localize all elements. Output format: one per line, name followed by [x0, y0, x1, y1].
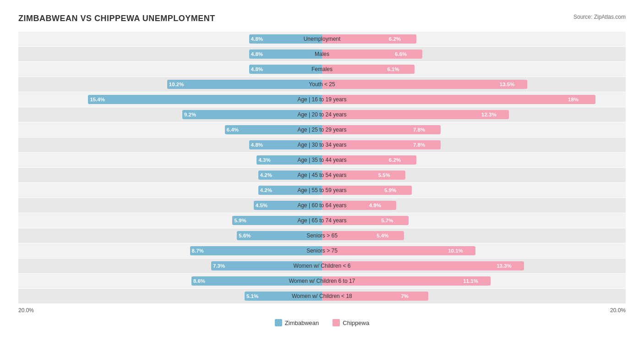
table-row: Women w/ Children < 185.1%7% — [18, 289, 626, 303]
left-value: 4.2% — [260, 172, 272, 178]
table-row: Age | 35 to 44 years4.3%6.2% — [18, 153, 626, 167]
right-value: 7% — [401, 293, 409, 299]
table-row: Seniors > 758.7%10.1% — [18, 243, 626, 258]
right-value: 6.1% — [387, 66, 399, 72]
axis-left: 20.0% — [18, 307, 34, 314]
left-value: 5.6% — [239, 233, 251, 238]
left-value: 4.8% — [251, 142, 263, 148]
left-value: 10.2% — [169, 82, 184, 87]
left-value: 4.2% — [260, 187, 272, 193]
left-value: 5.1% — [246, 293, 258, 299]
table-row: Women w/ Children < 67.3%13.3% — [18, 259, 626, 273]
left-value: 4.8% — [251, 36, 263, 42]
right-bar — [322, 95, 595, 104]
right-value: 4.9% — [369, 203, 381, 208]
right-value: 18% — [568, 97, 579, 102]
right-value: 7.8% — [413, 127, 425, 132]
chart-container: ZIMBABWEAN VS CHIPPEWA UNEMPLOYMENT Sour… — [9, 9, 635, 336]
right-value: 5.7% — [381, 218, 393, 223]
right-value: 11.1% — [463, 278, 478, 284]
table-row: Age | 45 to 54 years4.2%5.5% — [18, 168, 626, 182]
left-value: 8.6% — [193, 278, 205, 284]
left-value: 8.7% — [192, 248, 204, 253]
row-label: Females — [311, 66, 333, 72]
right-bar — [322, 261, 524, 270]
left-value: 9.2% — [184, 112, 196, 117]
right-bar — [322, 50, 422, 59]
row-label: Seniors > 65 — [306, 232, 338, 239]
row-label: Age | 65 to 74 years — [297, 217, 346, 224]
left-value: 7.3% — [213, 263, 225, 269]
row-label: Age | 55 to 59 years — [297, 187, 346, 193]
legend-zimbabwean: Zimbabwean — [275, 319, 319, 326]
left-value: 4.3% — [258, 157, 270, 163]
left-value: 4.8% — [251, 51, 263, 57]
table-row: Females4.8%6.1% — [18, 62, 626, 77]
legend-chippewa-box — [333, 319, 340, 326]
axis-row: 20.0% 20.0% — [18, 307, 626, 314]
right-value: 5.9% — [384, 187, 396, 193]
legend-chippewa: Chippewa — [333, 319, 369, 326]
table-row: Age | 20 to 24 years9.2%12.3% — [18, 107, 626, 122]
table-row: Women w/ Children 6 to 178.6%11.1% — [18, 274, 626, 288]
left-value: 4.5% — [256, 203, 267, 208]
right-value: 6.2% — [389, 36, 401, 42]
row-label: Unemployment — [304, 36, 341, 42]
row-label: Age | 60 to 64 years — [297, 202, 346, 209]
row-label: Age | 16 to 19 years — [297, 96, 346, 103]
row-label: Age | 45 to 54 years — [297, 172, 346, 178]
right-value: 6.2% — [389, 157, 401, 163]
right-value: 6.6% — [395, 51, 407, 57]
left-value: 15.4% — [90, 97, 105, 102]
chart-title: ZIMBABWEAN VS CHIPPEWA UNEMPLOYMENT — [18, 14, 215, 23]
table-row: Age | 30 to 34 years4.8%7.8% — [18, 138, 626, 152]
row-label: Women w/ Children 6 to 17 — [289, 278, 355, 284]
left-bar — [88, 95, 322, 104]
right-value: 12.3% — [481, 112, 497, 117]
right-value: 10.1% — [448, 248, 463, 253]
table-row: Age | 65 to 74 years5.9%5.7% — [18, 213, 626, 228]
right-bar — [322, 65, 415, 74]
row-label: Youth < 25 — [309, 81, 335, 88]
row-label: Women w/ Children < 18 — [292, 293, 352, 299]
left-bar — [167, 80, 322, 89]
right-value: 7.8% — [413, 142, 425, 148]
chart-source: Source: ZipAtlas.com — [573, 14, 626, 20]
right-value: 5.5% — [378, 172, 390, 178]
chart-header: ZIMBABWEAN VS CHIPPEWA UNEMPLOYMENT Sour… — [18, 14, 626, 23]
row-label: Age | 25 to 29 years — [297, 127, 346, 133]
right-value: 13.3% — [497, 263, 512, 269]
left-bar — [190, 246, 322, 255]
right-value: 13.5% — [500, 82, 515, 87]
row-label: Age | 30 to 34 years — [297, 142, 346, 148]
left-value: 4.8% — [251, 66, 263, 72]
left-value: 5.9% — [234, 218, 246, 223]
legend: Zimbabwean Chippewa — [18, 319, 626, 326]
legend-zimbabwean-label: Zimbabwean — [285, 319, 319, 326]
row-label: Age | 20 to 24 years — [297, 111, 346, 118]
right-value: 5.4% — [377, 233, 388, 238]
table-row: Seniors > 655.6%5.4% — [18, 228, 626, 243]
table-row: Males4.8%6.6% — [18, 47, 626, 61]
table-row: Age | 25 to 29 years6.4%7.8% — [18, 122, 626, 137]
row-label: Males — [315, 51, 329, 57]
left-value: 6.4% — [227, 127, 239, 132]
right-bar — [322, 80, 527, 89]
row-label: Age | 35 to 44 years — [297, 157, 346, 163]
axis-right: 20.0% — [610, 307, 626, 314]
chart-body: Unemployment4.8%6.2%Males4.8%6.6%Females… — [18, 32, 626, 303]
row-label: Seniors > 75 — [306, 248, 338, 254]
right-bar — [322, 110, 509, 119]
table-row: Youth < 2510.2%13.5% — [18, 77, 626, 92]
table-row: Age | 16 to 19 years15.4%18% — [18, 92, 626, 107]
legend-chippewa-label: Chippewa — [343, 319, 369, 326]
table-row: Unemployment4.8%6.2% — [18, 32, 626, 46]
table-row: Age | 55 to 59 years4.2%5.9% — [18, 183, 626, 198]
row-label: Women w/ Children < 6 — [294, 263, 351, 269]
legend-zimbabwean-box — [275, 319, 282, 326]
table-row: Age | 60 to 64 years4.5%4.9% — [18, 198, 626, 213]
